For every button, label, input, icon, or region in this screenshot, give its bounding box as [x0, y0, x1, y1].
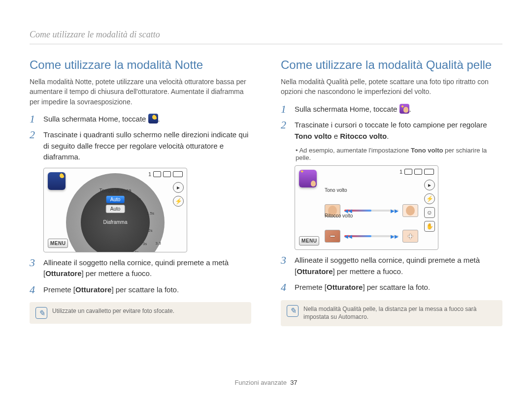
dial-tick: 4s — [134, 250, 138, 252]
step-4: 4 Premete [Otturatore] per scattare la f… — [30, 284, 251, 296]
step-text: Allineate il soggetto nella cornice, qui… — [43, 257, 251, 279]
note-text: Nella modalità Qualità pelle, la distanz… — [303, 305, 497, 322]
review-icon: ▸ — [424, 180, 435, 190]
step-number: 1 — [281, 104, 289, 115]
note-text: Utilizzate un cavalletto per evitare fot… — [52, 307, 174, 315]
bold-term: Tono volto — [295, 132, 332, 140]
slider-track[interactable]: ◀◀▶▶ — [344, 235, 399, 237]
shutter-key-label: Otturatore — [75, 285, 111, 294]
step-text-fragment: ] per mettere a fuoco. — [82, 269, 152, 278]
face-detect-icon: ☺ — [424, 207, 435, 218]
intro-night: Nella modalità Notte, potete utilizzare … — [30, 77, 251, 107]
menu-button[interactable]: MENU — [48, 239, 68, 248]
step-text-fragment: e — [332, 132, 340, 140]
menu-button[interactable]: MENU — [299, 236, 319, 246]
note-icon: ✎ — [287, 305, 299, 317]
beauty-mode-icon — [399, 104, 409, 114]
exposure-dial[interactable]: Tempo di posa Auto Auto Diaframma 1s 1.5… — [66, 173, 165, 252]
night-mode-icon — [148, 114, 158, 123]
dial-tick: 3s — [143, 242, 147, 246]
step-1: 1 Sulla schermata Home, toccate . — [281, 104, 502, 115]
shutter-key-label: Otturatore — [45, 269, 81, 278]
step-text: Premete [Otturatore] per scattare la fot… — [295, 282, 430, 293]
column-beauty-mode: Come utilizzare la modalità Qualità pell… — [281, 58, 502, 326]
slider-label: Tono volto — [325, 187, 347, 193]
step-number: 2 — [281, 120, 289, 142]
step-number: 3 — [30, 257, 37, 279]
dial-label-shutter: Tempo di posa — [99, 188, 131, 193]
step-text: Trascinate i cursori o toccate le foto c… — [295, 120, 502, 142]
note-icon: ✎ — [35, 307, 47, 319]
step-text-fragment: Premete [ — [43, 285, 75, 294]
battery-icon — [424, 169, 434, 175]
shutter-key-label: Otturatore — [327, 283, 363, 291]
step-3: 3 Allineate il soggetto nella cornice, q… — [281, 255, 502, 277]
step-text-fragment: ] per scattare la foto. — [363, 283, 430, 291]
step-text-fragment: Sulla schermata Home, toccate — [43, 115, 148, 123]
dial-tick: 3.3 — [156, 241, 161, 246]
step-text: Sulla schermata Home, toccate . — [295, 104, 411, 115]
auto-badge-shutter: Auto — [106, 196, 125, 203]
review-icon: ▸ — [173, 182, 184, 193]
page-number: 37 — [290, 379, 297, 386]
sample-thumb-minus[interactable]: − — [325, 230, 340, 243]
status-bar: 1 — [399, 169, 434, 175]
screenshot-night: 1 ▸ ⚡ Tempo di posa Auto Auto Diaframma — [43, 168, 187, 252]
step-3: 3 Allineate il soggetto nella cornice, q… — [30, 257, 251, 279]
bold-term: Ritocco volto — [340, 132, 387, 140]
right-icon-column: ▸ ⚡ ☺ ✋ — [424, 180, 435, 232]
step-number: 2 — [30, 129, 37, 163]
footer-section: Funzioni avanzate — [234, 379, 287, 386]
memory-icon — [404, 169, 412, 175]
step-number: 4 — [281, 282, 289, 293]
sub-bullet: Ad esempio, aumentate l'impostazione Ton… — [296, 147, 502, 161]
step-text-fragment: ] per mettere a fuoco. — [333, 267, 403, 276]
note-box: ✎ Nella modalità Qualità pelle, la dista… — [281, 300, 502, 327]
step-4: 4 Premete [Otturatore] per scattare la f… — [281, 282, 502, 293]
step-text-fragment: Premete [ — [295, 283, 327, 291]
slider-track[interactable]: ◀◀▶▶ — [344, 210, 399, 212]
step-text-fragment: Trascinate i cursori o toccate le foto c… — [295, 121, 487, 129]
resolution-icon — [414, 169, 422, 175]
ois-icon: ✋ — [424, 221, 435, 232]
dial-tick: 2s — [148, 228, 152, 233]
intro-beauty: Nella modalità Qualità pelle, potete sca… — [281, 77, 502, 97]
step-text-fragment: Sulla schermata Home, toccate — [295, 105, 399, 113]
dial-tick: 1.5s — [147, 211, 154, 216]
step-text: Premete [Otturatore] per scattare la fot… — [43, 284, 179, 296]
screenshot-beauty: 1 ▸ ⚡ ☺ ✋ Tono volto − — [295, 165, 438, 250]
step-number: 3 — [281, 255, 289, 277]
flash-icon: ⚡ — [424, 193, 435, 204]
beauty-sliders: Tono volto − ◀◀▶▶ + Ritocco volto — [325, 194, 418, 246]
step-text-fragment: . — [409, 105, 411, 113]
step-2: 2 Trascinate i cursori o toccate le foto… — [281, 120, 502, 142]
step-1: 1 Sulla schermata Home, toccate . — [30, 114, 251, 125]
shutter-key-label: Otturatore — [297, 267, 332, 276]
battery-icon — [173, 171, 183, 177]
note-box: ✎ Utilizzate un cavalletto per evitare f… — [30, 302, 251, 324]
sample-thumb-plus[interactable]: + — [402, 204, 418, 217]
step-number: 1 — [30, 114, 37, 125]
manual-page: Come utilizzare le modalità di scatto Co… — [0, 0, 532, 401]
dial-tick: 1s — [137, 197, 141, 201]
step-text-fragment: . — [387, 132, 389, 140]
heading-night: Come utilizzare la modalità Notte — [30, 58, 251, 72]
bold-term: Tono volto — [411, 147, 443, 154]
auto-badge-aperture: Auto — [106, 205, 125, 213]
step-number: 4 — [30, 284, 37, 296]
night-mode-icon — [48, 172, 66, 190]
step-text: Allineate il soggetto nella cornice, qui… — [295, 255, 502, 277]
step-text: Sulla schermata Home, toccate . — [43, 114, 160, 125]
breadcrumb: Come utilizzare le modalità di scatto — [30, 30, 502, 44]
content-columns: Come utilizzare la modalità Notte Nella … — [30, 58, 502, 326]
step-text-fragment: . — [158, 115, 160, 123]
step-2: 2 Trascinate i quadranti sullo schermo n… — [30, 129, 251, 163]
page-footer: Funzioni avanzate 37 — [0, 379, 532, 386]
right-icon-column: ▸ ⚡ — [173, 182, 184, 207]
flash-icon: ⚡ — [173, 196, 184, 207]
beauty-mode-icon — [299, 170, 317, 187]
sample-thumb-plus[interactable]: + — [402, 230, 418, 243]
dial-label-aperture: Diaframma — [103, 219, 128, 225]
column-night-mode: Come utilizzare la modalità Notte Nella … — [30, 58, 251, 326]
shot-count: 1 — [399, 169, 402, 175]
